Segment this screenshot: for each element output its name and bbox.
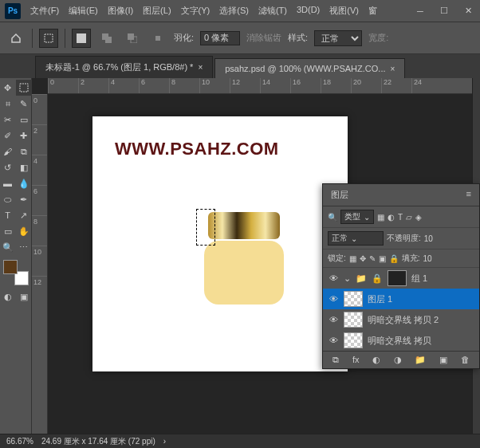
crop-tool[interactable]: ✂ (0, 112, 16, 128)
mask-thumb[interactable] (388, 270, 407, 286)
menu-select[interactable]: 选择(S) (214, 2, 254, 20)
group-icon[interactable]: 📁 (415, 355, 426, 365)
path-tool[interactable]: ↗ (16, 207, 32, 223)
marquee-tool[interactable] (16, 80, 32, 96)
edit-toolbar[interactable]: ⋯ (16, 239, 32, 255)
dodge-tool[interactable]: ⬭ (0, 191, 16, 207)
doc-info[interactable]: 24.69 厘米 x 17.64 厘米 (72 ppi) (41, 436, 155, 447)
filter-kind-select[interactable]: 类型⌄ (340, 210, 374, 224)
layer-group[interactable]: 👁 ⌄ 📁 🔒 组 1 (323, 268, 479, 289)
link-icon[interactable]: ⧉ (332, 355, 339, 365)
marquee-tool-icon[interactable] (39, 29, 58, 48)
filter-shape-icon[interactable]: ▱ (406, 213, 412, 222)
add-selection-icon[interactable] (97, 29, 116, 48)
panel-tab-layers[interactable]: 图层 ≡ (323, 184, 479, 206)
menu-edit[interactable]: 编辑(E) (64, 2, 103, 20)
maximize-button[interactable]: ☐ (432, 0, 456, 22)
heal-tool[interactable]: ✚ (16, 128, 32, 143)
layer-item[interactable]: 👁 明暗交界线 拷贝 2 (323, 309, 479, 330)
svg-rect-0 (45, 34, 53, 42)
fill-value[interactable]: 10 (423, 254, 432, 263)
close-icon[interactable]: × (198, 63, 203, 72)
brush-tool[interactable]: 🖌 (0, 143, 16, 159)
lock-pixels-icon[interactable]: ▦ (349, 254, 356, 263)
subtract-selection-icon[interactable] (123, 29, 142, 48)
opacity-value[interactable]: 10 (424, 234, 433, 243)
menu-filter[interactable]: 滤镜(T) (254, 2, 292, 20)
frame-tool[interactable]: ▭ (16, 112, 32, 128)
chevron-down-icon[interactable]: ⌄ (344, 273, 351, 284)
marquee-selection[interactable] (196, 209, 215, 246)
zoom-tool[interactable]: 🔍 (0, 239, 16, 255)
layer-item[interactable]: 👁 明暗交界线 拷贝 (323, 330, 479, 351)
chevron-right-icon[interactable]: › (163, 437, 166, 446)
layer-thumb[interactable] (344, 312, 363, 328)
layer-name[interactable]: 明暗交界线 拷贝 2 (368, 314, 439, 326)
menu-type[interactable]: 文字(Y) (176, 2, 215, 20)
intersect-selection-icon[interactable] (148, 29, 167, 48)
menu-3d[interactable]: 3D(D) (292, 2, 325, 20)
filter-pixel-icon[interactable]: ▦ (377, 213, 384, 222)
pen-tool[interactable]: ✒ (16, 191, 32, 207)
panel-menu-icon[interactable]: ≡ (466, 189, 471, 201)
filter-type-icon[interactable]: T (398, 213, 403, 222)
visibility-icon[interactable]: 👁 (328, 336, 339, 345)
quick-select-tool[interactable]: ✎ (16, 96, 32, 112)
color-swatches[interactable] (3, 260, 29, 285)
menu-file[interactable]: 文件(F) (26, 2, 64, 20)
filter-adjust-icon[interactable]: ◐ (388, 213, 395, 222)
layer-item[interactable]: 👁 图层 1 (323, 289, 479, 309)
layer-name[interactable]: 组 1 (411, 273, 427, 285)
eyedropper-tool[interactable]: ✐ (0, 128, 16, 143)
menu-layer[interactable]: 图层(L) (138, 2, 175, 20)
adjustment-icon[interactable]: ◑ (394, 355, 402, 365)
visibility-icon[interactable]: 👁 (328, 273, 339, 283)
blur-tool[interactable]: 💧 (16, 175, 32, 191)
home-icon[interactable] (6, 29, 26, 48)
menu-image[interactable]: 图像(I) (103, 2, 138, 20)
fg-swatch[interactable] (3, 260, 18, 274)
feather-input[interactable] (200, 31, 240, 45)
layer-name[interactable]: 图层 1 (368, 293, 392, 305)
eraser-tool[interactable]: ◧ (16, 159, 32, 175)
layers-panel[interactable]: 图层 ≡ 🔍 类型⌄ ▦ ◐ T ▱ ◈ 正常⌄ 不透明度: 10 锁定: ▦ … (322, 183, 480, 369)
svg-rect-3 (105, 37, 112, 43)
move-tool[interactable]: ✥ (0, 80, 16, 96)
history-brush-tool[interactable]: ↺ (0, 159, 16, 175)
visibility-icon[interactable]: 👁 (328, 294, 339, 304)
minimize-button[interactable]: ─ (408, 0, 432, 22)
fx-icon[interactable]: fx (352, 355, 360, 365)
layer-name[interactable]: 明暗交界线 拷贝 (368, 335, 431, 347)
menu-window[interactable]: 窗 (364, 2, 382, 20)
document-canvas[interactable]: WWW.PSAHZ.COM (92, 116, 348, 371)
trash-icon[interactable]: 🗑 (461, 355, 470, 365)
type-tool[interactable]: T (0, 207, 16, 223)
gradient-tool[interactable]: ▬ (0, 175, 16, 191)
lock-position-icon[interactable]: ✥ (360, 254, 366, 263)
lock-artboard-icon[interactable]: ▣ (379, 254, 386, 263)
stamp-tool[interactable]: ⧉ (16, 143, 32, 159)
layer-thumb[interactable] (344, 332, 363, 348)
new-selection-icon[interactable] (72, 29, 91, 48)
filter-smart-icon[interactable]: ◈ (415, 213, 422, 222)
close-button[interactable]: ✕ (456, 0, 480, 22)
layer-thumb[interactable] (344, 291, 363, 307)
shape-tool[interactable]: ▭ (0, 223, 16, 239)
search-icon[interactable]: 🔍 (328, 213, 337, 222)
lock-brush-icon[interactable]: ✎ (369, 254, 376, 263)
style-select[interactable]: 正常 (314, 30, 362, 46)
screen-mode-tool[interactable]: ▣ (16, 289, 32, 305)
close-icon[interactable]: × (391, 65, 395, 73)
blend-mode-select[interactable]: 正常⌄ (328, 231, 384, 246)
new-layer-icon[interactable]: ▣ (439, 355, 447, 365)
tab-psahz[interactable]: psahz.psd @ 100% (WWW.PSAHZ.CO...× (214, 58, 405, 78)
zoom-level[interactable]: 66.67% (6, 437, 33, 446)
menu-view[interactable]: 视图(V) (325, 2, 364, 20)
lock-all-icon[interactable]: 🔒 (389, 254, 399, 263)
visibility-icon[interactable]: 👁 (328, 315, 339, 324)
hand-tool[interactable]: ✋ (16, 223, 32, 239)
lasso-tool[interactable]: ⌗ (0, 96, 16, 112)
mask-icon[interactable]: ◐ (372, 355, 380, 365)
quickmask-tool[interactable]: ◐ (0, 289, 16, 305)
tab-untitled[interactable]: 未标题-1 @ 66.7% (图层 1, RGB/8#) *× (35, 56, 213, 78)
